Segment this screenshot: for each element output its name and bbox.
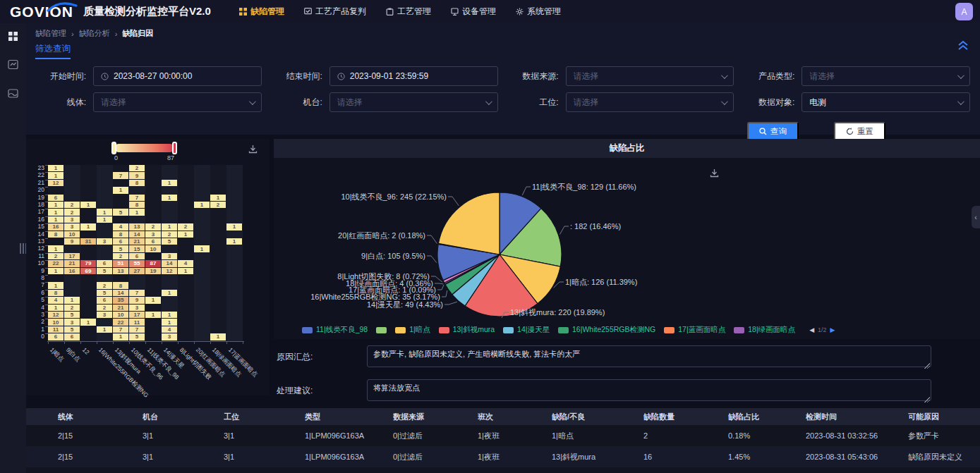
rail-image-icon[interactable]	[8, 88, 18, 99]
advice-textarea[interactable]	[367, 379, 931, 401]
rail-grid-icon[interactable]	[8, 32, 18, 41]
breadcrumb-item[interactable]: 缺陷管理	[35, 28, 66, 39]
device-icon	[451, 8, 459, 16]
heatmap-cell: 1	[113, 187, 128, 193]
legend-item[interactable]: 17|蓝画面暗点	[664, 325, 725, 335]
legend-next-icon[interactable]: ▶	[830, 326, 835, 333]
table-cell: 缺陷原因未定义	[908, 452, 980, 462]
heatmap-cell: 3	[64, 223, 80, 230]
heatmap-cell: 19	[145, 268, 161, 274]
menu-item-label: 工艺管理	[397, 6, 431, 18]
heatmap-y-tick	[45, 297, 48, 297]
heatmap-plot: 1217912811671112181212151131163141321218…	[48, 165, 243, 341]
heatmap-bg-stripe	[226, 165, 243, 341]
heatmap-cell: 1	[226, 223, 242, 230]
select-input[interactable]: 请选择	[329, 92, 498, 112]
heatmap-download-icon[interactable]	[248, 145, 258, 154]
table-column-header: 可能原因	[908, 412, 980, 422]
legend-item[interactable]: 14|漫天星	[503, 325, 550, 335]
resize-grip-icon[interactable]	[924, 397, 930, 403]
heatmap-bg-stripe	[194, 165, 210, 341]
legend-label: 1|暗点	[409, 325, 430, 335]
menu-item-5[interactable]: 系统管理	[516, 6, 561, 18]
menu-item-label: 工艺产品复判	[315, 6, 366, 18]
pie-label: 1|暗点: 126 (11.39%)	[565, 278, 637, 286]
filter-field: 数据对象: 电测	[744, 92, 970, 112]
table-column-header: 工位	[224, 412, 305, 422]
chevron-down-icon	[957, 72, 964, 79]
legend-item[interactable]: 18|绿画面暗点	[734, 325, 795, 335]
breadcrumb-item[interactable]: 缺陷分析	[79, 28, 110, 39]
visualmap-max-handle[interactable]	[172, 142, 177, 154]
heatmap-x-label: 1|暗点	[48, 346, 66, 364]
chevron-down-icon	[721, 98, 728, 105]
heatmap-cell: 1	[48, 165, 63, 171]
heatmap-cell: 17	[64, 253, 80, 259]
select-input[interactable]: 请选择	[566, 66, 734, 86]
filter-field: 机台: 请选择	[272, 92, 498, 112]
select-input[interactable]: 请选择	[93, 92, 262, 112]
rail-monitor-icon[interactable]	[8, 59, 18, 70]
select-input[interactable]: 请选择	[566, 92, 734, 112]
logo: GOVION	[10, 4, 73, 20]
heatmap-cell: 6	[129, 253, 145, 259]
table-cell: 0|过滤后	[393, 431, 478, 441]
select-input[interactable]: 请选择	[801, 66, 970, 86]
heatmap-visualmap-slider[interactable]	[114, 144, 174, 152]
pie-label: 14|漫天星: 49 (4.43%)	[367, 300, 443, 309]
heatmap-y-tick	[45, 187, 48, 188]
menu-item-label: 系统管理	[527, 6, 561, 18]
heatmap-y-tick	[45, 253, 48, 254]
heatmap-y-label: 5	[26, 296, 44, 303]
heatmap-cell: 87	[145, 260, 161, 266]
legend-prev-icon[interactable]: ◀	[809, 326, 814, 333]
table-column-header: 缺陷数量	[643, 412, 728, 422]
logo-swoosh-icon	[47, 2, 78, 12]
reset-button[interactable]: 重置	[834, 122, 885, 141]
datetime-input[interactable]: 2023-08-27 00:00:00	[93, 66, 262, 86]
heatmap-cell: 1	[97, 216, 112, 223]
chevron-down-icon	[485, 98, 492, 105]
heatmap-cell: 22	[48, 260, 63, 266]
chevron-down-icon	[249, 98, 256, 105]
resize-grip-icon[interactable]	[924, 363, 930, 369]
right-collapse-tab[interactable]: ‹	[972, 206, 980, 228]
legend-item[interactable]: 11|线类不良_98	[302, 325, 368, 335]
menu-item-3[interactable]: 工艺管理	[386, 6, 431, 18]
menu-item-1[interactable]: 缺陷管理	[239, 6, 284, 18]
heatmap-cell: 1	[80, 223, 96, 230]
visualmap-min-handle[interactable]	[111, 142, 116, 154]
heatmap-y-label: 23	[26, 164, 44, 171]
heatmap-y-label: 12	[26, 245, 44, 252]
heatmap-cell: 6	[145, 238, 161, 245]
menu-item-2[interactable]: 工艺产品复判	[304, 6, 366, 18]
heatmap-cell: 1	[178, 231, 193, 238]
cause-summary-textarea[interactable]	[367, 345, 931, 367]
heatmap-cell: 21	[64, 260, 80, 266]
heatmap-y-label: 9	[26, 267, 44, 274]
table-row: 2|153|13|11|LPM096G163A0|过滤后1|夜班1|暗点20.1…	[26, 425, 980, 446]
heatmap-y-tick	[45, 290, 48, 290]
heatmap-cell: 1	[48, 305, 63, 311]
table-cell: 2|15	[58, 431, 143, 440]
app-title: 质量检测分析监控平台V2.0	[83, 5, 211, 18]
legend-label: 11|线类不良_98	[316, 325, 368, 335]
menu-item-4[interactable]: 设备管理	[451, 6, 496, 18]
legend-page-indicator: 1/2	[818, 326, 827, 333]
legend-item[interactable]: 1|暗点	[395, 325, 430, 335]
pie-slice[interactable]	[438, 192, 500, 254]
datetime-input[interactable]: 2023-09-01 23:59:59	[329, 66, 498, 86]
collapse-up-icon[interactable]	[957, 40, 969, 51]
legend-item[interactable]	[376, 327, 387, 333]
heatmap-cell: 1	[48, 268, 63, 274]
select-input[interactable]: 电测	[801, 92, 970, 112]
legend-item[interactable]: 16|White255RGB检测NG	[558, 325, 655, 335]
filter-tab[interactable]: 筛选查询	[35, 43, 71, 59]
legend-swatch	[558, 327, 569, 333]
legend-item[interactable]: 13|斜视mura	[439, 325, 495, 335]
search-button[interactable]: 查询	[747, 122, 799, 141]
legend-label: 14|漫天星	[517, 325, 550, 335]
heatmap-y-tick	[45, 326, 48, 327]
avatar[interactable]: A	[955, 3, 973, 20]
pie-label: 8|Light切图失败: 8 (0.72%)	[337, 272, 430, 281]
